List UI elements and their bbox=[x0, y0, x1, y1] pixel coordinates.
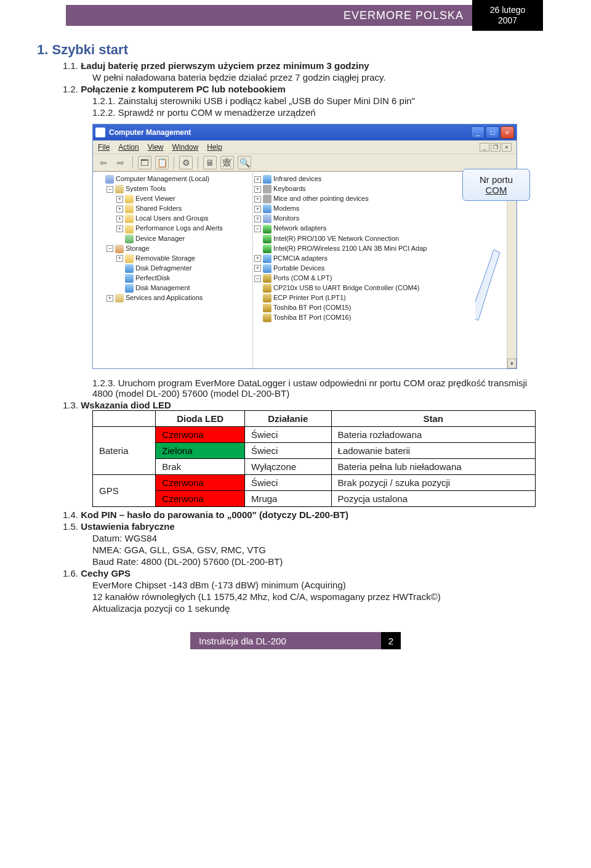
expand-toggle[interactable]: + bbox=[116, 225, 123, 232]
toolbar-btn-4[interactable]: 🕸 bbox=[220, 156, 234, 169]
menu-view[interactable]: View bbox=[148, 143, 164, 152]
tree-item-icon bbox=[263, 284, 271, 293]
tree-item[interactable]: −Storage bbox=[94, 244, 251, 254]
th-blank bbox=[93, 411, 156, 427]
section-num: 1.4. bbox=[63, 509, 78, 520]
section-num: 1.1. bbox=[63, 60, 78, 71]
cell-color: Brak bbox=[156, 459, 245, 475]
section-num: 1.3. bbox=[63, 400, 78, 410]
expand-toggle[interactable]: + bbox=[254, 176, 261, 183]
section-num: 1.6. bbox=[63, 568, 78, 578]
window-menubar: File Action View Window Help _ ❐ × bbox=[93, 140, 517, 154]
close-button[interactable]: × bbox=[501, 126, 514, 139]
left-tree-pane: Computer Management (Local)−System Tools… bbox=[93, 172, 253, 368]
expand-toggle[interactable]: + bbox=[116, 255, 123, 262]
expand-toggle[interactable]: + bbox=[116, 216, 123, 222]
tree-item[interactable]: Disk Management bbox=[94, 283, 251, 293]
mdi-minimize[interactable]: _ bbox=[480, 143, 489, 152]
expand-toggle[interactable]: + bbox=[116, 196, 123, 203]
tree-item-icon bbox=[263, 264, 271, 273]
expand-toggle[interactable]: + bbox=[254, 206, 261, 213]
tree-item[interactable]: Disk Defragmenter bbox=[94, 264, 251, 274]
toolbar-btn-2[interactable]: 📋 bbox=[155, 156, 169, 169]
tree-item[interactable]: Intel(R) PRO/100 VE Network Connection bbox=[254, 234, 515, 244]
tree-item-label: Removable Storage bbox=[135, 254, 195, 262]
expand-toggle[interactable]: − bbox=[107, 186, 113, 193]
toolbar-btn-1[interactable]: 🗔 bbox=[138, 156, 151, 169]
s15-line: Baud Rate: 4800 (DL-200) 57600 (DL-200-B… bbox=[92, 556, 542, 567]
tree-item-icon bbox=[125, 284, 134, 293]
minimize-button[interactable]: _ bbox=[471, 126, 484, 139]
mdi-restore[interactable]: ❐ bbox=[491, 143, 501, 152]
cell-action: Świeci bbox=[244, 443, 331, 459]
tree-item-label: Toshiba BT Port (COM15) bbox=[273, 304, 351, 311]
expand-toggle[interactable]: + bbox=[116, 206, 123, 213]
scroll-down-button[interactable]: ▼ bbox=[507, 359, 517, 368]
tree-item-label: Monitors bbox=[273, 214, 299, 222]
tree-item[interactable]: Device Manager bbox=[94, 234, 251, 244]
forward-button[interactable]: ⇨ bbox=[114, 156, 127, 169]
expand-toggle[interactable]: − bbox=[254, 275, 261, 282]
menu-file[interactable]: File bbox=[98, 143, 110, 152]
tree-item-icon bbox=[125, 254, 134, 263]
window-toolbar: ⇦ ⇨ 🗔 📋 ⚙ 🖥 🕸 🔍 bbox=[93, 154, 517, 171]
section-num: 1.5. bbox=[63, 521, 78, 532]
tree-item[interactable]: +Monitors bbox=[254, 214, 515, 224]
tree-item-icon bbox=[263, 185, 271, 193]
tree-item-label: Event Viewer bbox=[135, 195, 175, 202]
table-row: GPS Czerwona Świeci Brak pozycji / szuka… bbox=[93, 475, 536, 491]
subsection-body: Sprawdź nr portu COM w menadżerze urządz… bbox=[118, 107, 316, 118]
back-button[interactable]: ⇦ bbox=[97, 156, 110, 169]
toolbar-btn-5[interactable]: 🔍 bbox=[238, 156, 251, 169]
expand-toggle[interactable]: − bbox=[107, 245, 113, 252]
menu-help[interactable]: Help bbox=[207, 143, 222, 152]
cell-state: Ładowanie baterii bbox=[331, 443, 535, 459]
tree-item[interactable]: −System Tools bbox=[94, 184, 251, 194]
tree-item[interactable]: +Removable Storage bbox=[94, 254, 251, 264]
expand-toggle[interactable]: + bbox=[254, 265, 261, 272]
tree-item-label: Network adapters bbox=[273, 224, 326, 232]
menu-window[interactable]: Window bbox=[172, 143, 199, 152]
tree-item[interactable]: Computer Management (Local) bbox=[94, 174, 251, 184]
tree-item[interactable]: −Network adapters bbox=[254, 224, 515, 233]
tree-item-icon bbox=[105, 175, 114, 184]
properties-button[interactable]: ⚙ bbox=[179, 156, 193, 169]
maximize-button[interactable]: □ bbox=[486, 126, 499, 139]
expand-toggle[interactable]: + bbox=[254, 186, 261, 193]
cell-color: Czerwona bbox=[156, 427, 245, 443]
tree-item-icon bbox=[263, 214, 271, 223]
tree-item-label: Disk Management bbox=[135, 284, 190, 291]
expand-toggle[interactable]: − bbox=[254, 225, 261, 232]
toolbar-btn-3[interactable]: 🖥 bbox=[203, 156, 217, 169]
tree-item-label: Modems bbox=[273, 205, 299, 212]
tree-item[interactable]: +Local Users and Groups bbox=[94, 214, 251, 224]
s16-line: 12 kanałów równoległych (L1 1575,42 Mhz,… bbox=[92, 591, 542, 602]
tree-item-icon bbox=[263, 294, 271, 302]
tree-item[interactable]: +Services and Applications bbox=[94, 293, 251, 303]
tree-item-icon bbox=[263, 254, 271, 263]
tree-item[interactable]: +Event Viewer bbox=[94, 194, 251, 204]
expand-toggle[interactable]: + bbox=[107, 295, 113, 302]
expand-toggle[interactable]: + bbox=[254, 255, 261, 262]
menu-action[interactable]: Action bbox=[118, 143, 139, 152]
mdi-close[interactable]: × bbox=[502, 143, 512, 152]
tree-item-icon bbox=[263, 225, 271, 233]
cell-action: Świeci bbox=[244, 475, 331, 491]
tree-item[interactable]: +Performance Logs and Alerts bbox=[94, 224, 251, 233]
expand-toggle[interactable]: + bbox=[254, 196, 261, 203]
tree-item[interactable]: PerfectDisk bbox=[94, 274, 251, 283]
tree-item-label: CP210x USB to UART Bridge Controller (CO… bbox=[273, 284, 419, 291]
th-led: Dioda LED bbox=[156, 411, 245, 427]
heading-1: 1. Szybki start bbox=[37, 42, 542, 58]
cell-color: Czerwona bbox=[156, 475, 245, 491]
tree-item-icon bbox=[115, 245, 124, 253]
tree-item[interactable]: +Shared Folders bbox=[94, 204, 251, 214]
tree-item[interactable]: +Modems bbox=[254, 204, 515, 214]
section-1-2-3: 1.2.3. Uruchom program EverMore DataLogg… bbox=[92, 378, 542, 399]
led-table: Dioda LED Działanie Stan Bateria Czerwon… bbox=[92, 410, 536, 507]
footer-title: Instrukcja dla DL-200 bbox=[190, 632, 381, 649]
callout-line2: COM bbox=[469, 185, 523, 195]
cell-group-gps: GPS bbox=[93, 475, 156, 507]
page-header: EVERMORE POLSKA 26 lutego 2007 bbox=[0, 0, 591, 31]
expand-toggle[interactable]: + bbox=[254, 216, 261, 222]
